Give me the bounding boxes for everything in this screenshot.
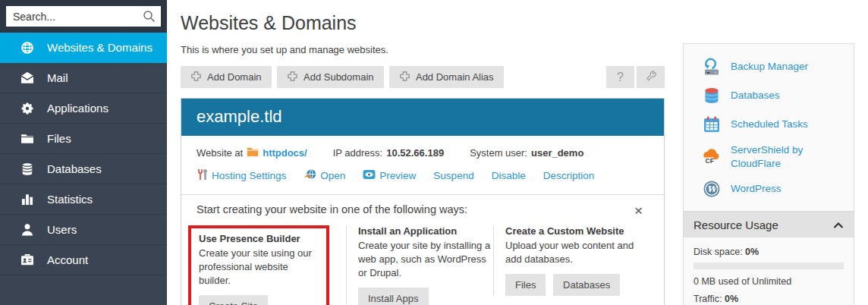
suspend-link[interactable]: Suspend (433, 170, 473, 181)
sidebar-item-websites-domains[interactable]: Websites & Domains (0, 33, 167, 63)
question-icon: ? (617, 71, 624, 84)
globe-icon (20, 40, 35, 55)
backup-manager-link[interactable]: Backup Manager (684, 52, 854, 81)
disable-link[interactable]: Disable (492, 170, 526, 181)
sidebar-item-label: Files (47, 132, 71, 145)
sidebar-item-mail[interactable]: Mail (0, 63, 167, 93)
wordpress-link[interactable]: W WordPress (684, 175, 854, 203)
option-presence-builder: Use Presence Builder Create your site us… (188, 225, 329, 305)
domain-info-row: Website at httpdocs/ IP address: 10.52.6… (197, 146, 649, 159)
plus-icon (190, 71, 202, 84)
resource-usage-header[interactable]: Resource Usage (684, 212, 854, 237)
resource-usage-title: Resource Usage (693, 219, 778, 231)
tools-panel: Backup Manager Databases Scheduled Tasks… (683, 43, 854, 212)
chevron-up-icon (833, 219, 844, 231)
search-icon[interactable] (143, 10, 156, 26)
httpdocs-link[interactable]: httpdocs/ (263, 147, 307, 159)
sidebar-item-label: Users (47, 223, 77, 236)
backup-icon (702, 57, 722, 77)
page-title: Websites & Domains (181, 12, 665, 34)
disk-used-line: 0 MB used of Unlimited (693, 276, 844, 287)
plus-icon (287, 71, 298, 84)
search-input[interactable] (6, 6, 161, 27)
tools-icon (197, 168, 208, 183)
sidebar-item-label: Applications (47, 102, 108, 115)
servershield-link[interactable]: CF ServerShield by CloudFlare (684, 139, 854, 175)
person-icon (20, 222, 35, 237)
domain-card: example.tld Website at httpdocs/ IP addr… (181, 98, 665, 305)
disk-space-line: Disk space: 0% (693, 247, 844, 257)
database-icon (20, 162, 35, 177)
website-options: Use Presence Builder Create your site us… (197, 225, 649, 305)
sidebar: Websites & Domains Mail Applications Fil… (0, 0, 167, 305)
sidebar-item-databases[interactable]: Databases (0, 154, 167, 184)
sidebar-item-users[interactable]: Users (0, 215, 167, 245)
option-title: Install an Application (358, 225, 493, 237)
sidebar-item-label: Databases (47, 162, 102, 175)
databases-link[interactable]: Databases (684, 81, 854, 110)
sidebar-item-label: Mail (47, 71, 68, 84)
add-domain-button[interactable]: Add Domain (181, 66, 272, 88)
toolbar: Add Domain Add Subdomain Add Domain Alia… (181, 66, 665, 88)
disk-space-value: 0% (745, 247, 759, 257)
option-title: Create a Custom Website (505, 225, 637, 237)
scheduled-tasks-link[interactable]: Scheduled Tasks (684, 110, 854, 139)
option-custom-website: Create a Custom Website Upload your web … (493, 225, 637, 296)
plus-icon (399, 71, 410, 84)
settings-button[interactable] (637, 66, 665, 88)
sidebar-item-label: Account (47, 253, 88, 266)
traffic-line: Traffic: 0% (693, 294, 844, 304)
calendar-icon (702, 115, 722, 134)
domain-actions-row: Hosting Settings Open Preview Suspend (197, 168, 649, 183)
wordpress-icon: W (702, 179, 722, 199)
svg-text:CF: CF (706, 157, 714, 165)
sidebar-item-label: Websites & Domains (47, 41, 153, 54)
sidebar-item-files[interactable]: Files (0, 124, 167, 154)
option-description: Upload your web content and add database… (505, 239, 637, 266)
main-content: Websites & Domains This is where you set… (181, 0, 665, 305)
files-button[interactable]: Files (505, 274, 546, 296)
option-title: Use Presence Builder (199, 233, 319, 244)
bar-chart-icon (20, 192, 35, 207)
add-subdomain-button[interactable]: Add Subdomain (277, 66, 384, 88)
ip-label: IP address: (333, 147, 383, 159)
envelope-icon (20, 71, 35, 86)
description-link[interactable]: Description (543, 170, 595, 181)
create-site-button[interactable]: Create Site (199, 295, 268, 305)
open-link[interactable]: Open (303, 168, 345, 183)
option-description: Create your site using our professional … (199, 247, 319, 288)
domain-name: example.tld (181, 99, 664, 136)
start-creating-section: Start creating your website in one of th… (181, 194, 664, 305)
sidebar-item-label: Statistics (47, 193, 93, 206)
folder-icon (20, 131, 35, 146)
system-user-value: user_demo (531, 147, 583, 159)
folder-icon (247, 146, 259, 159)
gear-icon (20, 101, 35, 116)
cloudflare-icon: CF (702, 147, 722, 167)
start-prompt: Start creating your website in one of th… (197, 203, 467, 215)
databases-button[interactable]: Databases (553, 274, 620, 296)
option-install-application: Install an Application Create your site … (346, 225, 493, 305)
preview-link[interactable]: Preview (363, 169, 416, 182)
search-area (0, 0, 167, 33)
plesk-page: Websites & Domains Mail Applications Fil… (0, 0, 868, 305)
sidebar-item-applications[interactable]: Applications (0, 93, 167, 124)
close-icon[interactable]: × (634, 203, 643, 218)
help-button[interactable]: ? (606, 66, 634, 88)
hosting-settings-link[interactable]: Hosting Settings (197, 168, 286, 183)
resource-usage-panel: Resource Usage Disk space: 0% 0 MB used … (683, 212, 854, 305)
wrench-icon (644, 69, 658, 85)
sidebar-item-statistics[interactable]: Statistics (0, 184, 167, 215)
traffic-value: 0% (725, 294, 738, 304)
sidebar-item-account[interactable]: Account (0, 245, 167, 275)
eye-icon (363, 169, 376, 182)
disk-space-meter (693, 263, 844, 269)
option-description: Create your site by installing a web app… (358, 239, 493, 280)
page-subtitle: This is where you set up and manage webs… (181, 44, 665, 55)
ip-value: 10.52.66.189 (386, 147, 444, 159)
add-domain-alias-button[interactable]: Add Domain Alias (389, 66, 504, 88)
system-user-label: System user: (470, 147, 527, 159)
install-apps-button[interactable]: Install Apps (358, 288, 429, 305)
id-card-icon (20, 253, 35, 268)
database-color-icon (702, 86, 722, 105)
